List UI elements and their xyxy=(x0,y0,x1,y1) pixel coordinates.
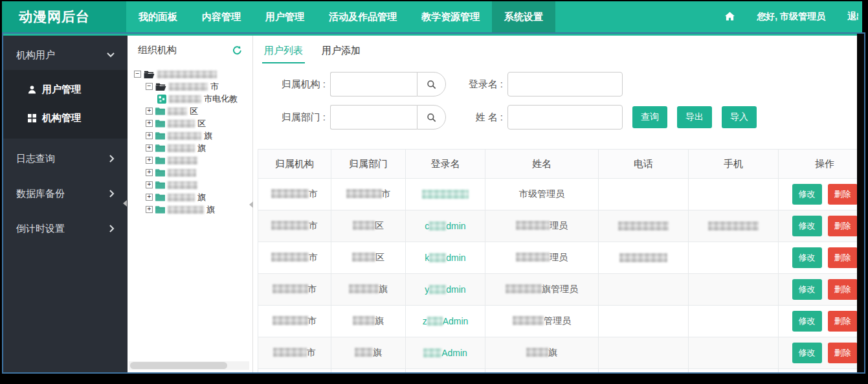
tree-toggle-minus[interactable]: − xyxy=(146,83,153,90)
tree-toggle-plus[interactable]: + xyxy=(146,132,153,139)
delete-button[interactable]: 删除 xyxy=(828,247,858,268)
cell-text: k xyxy=(425,253,429,263)
main-menu: 我的面板内容管理用户管理活动及作品管理教学资源管理系统设置 xyxy=(126,1,555,32)
refresh-icon[interactable] xyxy=(232,45,242,55)
tree-node[interactable]: + xyxy=(146,166,252,179)
cell-actions: 修改删除 xyxy=(779,274,858,306)
tree-collapse-handle[interactable] xyxy=(249,201,253,208)
import-button[interactable]: 导入 xyxy=(722,106,757,128)
sidebar-collapse-handle[interactable] xyxy=(123,200,127,207)
chev-down-icon xyxy=(107,52,115,58)
tree-node[interactable]: + xyxy=(146,179,252,191)
delete-button[interactable]: 删除 xyxy=(828,311,858,332)
nav-item[interactable]: 我的面板 xyxy=(126,1,190,32)
redacted-cell xyxy=(429,221,446,231)
cell-text: y xyxy=(425,284,429,295)
cell-org: 市 xyxy=(258,179,331,210)
tab[interactable]: 用户添加 xyxy=(320,39,362,63)
redacted-cell xyxy=(353,316,375,325)
cell-text: 市 xyxy=(308,284,317,294)
table-row: 市区kdmin理员修改删除 xyxy=(258,242,858,274)
redacted-cell xyxy=(619,253,667,262)
tree-node[interactable]: +旗 xyxy=(146,203,252,216)
org-input[interactable] xyxy=(330,72,417,96)
tree-node[interactable]: +区 xyxy=(146,117,252,130)
folder-open-icon xyxy=(155,82,166,91)
home-icon[interactable] xyxy=(725,12,735,23)
name-input[interactable] xyxy=(507,105,623,130)
sidebar-item[interactable]: 倒计时设置 xyxy=(3,214,128,243)
chev-right-icon xyxy=(109,155,115,163)
tree-toggle-plus[interactable]: + xyxy=(146,181,153,188)
tree-toggle-minus[interactable]: − xyxy=(134,71,141,78)
tree-node[interactable]: +旗 xyxy=(146,142,252,154)
dept-search-button[interactable] xyxy=(417,105,446,130)
search-form-row-1: 归属机构 : 登录名 : xyxy=(274,72,857,96)
sidebar-submenu: 用户管理机构管理 xyxy=(3,70,128,139)
sidebar-item[interactable]: 机构用户 xyxy=(3,40,128,70)
tree-node-label: 市 xyxy=(210,81,219,93)
tree-horizontal-scrollbar[interactable] xyxy=(129,361,249,370)
scrollbar-thumb[interactable] xyxy=(130,362,227,369)
redacted-cell xyxy=(516,221,550,230)
edit-button[interactable]: 修改 xyxy=(792,343,822,363)
cell-phone xyxy=(599,337,689,369)
tree-node[interactable]: +旗 xyxy=(146,191,252,203)
user-greeting: 您好, 市级管理员 xyxy=(757,11,825,23)
login-input[interactable] xyxy=(507,72,623,96)
sidebar-item[interactable]: 数据库备份 xyxy=(3,179,128,209)
edit-button[interactable]: 修改 xyxy=(792,216,822,236)
tree-toggle-plus[interactable]: + xyxy=(146,194,153,201)
logout-link[interactable]: 退出 xyxy=(847,11,858,23)
tree-node[interactable]: 市电化教 xyxy=(157,93,252,105)
sidebar-item[interactable]: 日志查询 xyxy=(3,144,128,174)
table-row: 市区cdmin理员修改删除 xyxy=(258,210,858,242)
nav-item[interactable]: 系统设置 xyxy=(492,1,555,32)
edit-button[interactable]: 修改 xyxy=(792,279,822,300)
sidebar-subitem[interactable]: 机构管理 xyxy=(3,104,128,132)
sidebar-subitem[interactable]: 用户管理 xyxy=(3,75,128,104)
delete-button[interactable]: 删除 xyxy=(828,184,858,205)
dept-input[interactable] xyxy=(330,105,417,130)
table-row: 市市市级管理员修改删除 xyxy=(258,179,858,210)
export-button[interactable]: 导出 xyxy=(677,106,712,128)
tree-toggle-plus[interactable]: + xyxy=(146,157,153,164)
tree-node[interactable]: −市 xyxy=(146,80,252,93)
edit-button[interactable]: 修改 xyxy=(792,247,822,268)
cell-org: 市 xyxy=(258,337,331,369)
edit-button[interactable]: 修改 xyxy=(792,311,822,332)
cell-name: 旗 xyxy=(485,337,599,369)
delete-button[interactable]: 删除 xyxy=(828,279,858,300)
edit-button[interactable]: 修改 xyxy=(792,184,822,205)
tree-toggle-plus[interactable]: + xyxy=(146,120,153,127)
nav-item[interactable]: 用户管理 xyxy=(253,1,317,32)
nav-item[interactable]: 活动及作品管理 xyxy=(317,1,409,32)
tree-toggle-plus[interactable]: + xyxy=(146,206,153,213)
query-button[interactable]: 查询 xyxy=(632,106,667,128)
redacted-org-name xyxy=(168,206,204,214)
redacted-cell xyxy=(526,348,548,357)
nav-item[interactable]: 内容管理 xyxy=(190,1,253,32)
login-link[interactable]: dmin xyxy=(446,221,465,231)
tree-toggle-plus[interactable]: + xyxy=(146,144,153,152)
tab[interactable]: 用户列表 xyxy=(262,39,305,63)
redacted-cell xyxy=(506,284,542,293)
cell-mobile xyxy=(689,369,779,373)
tree-node[interactable]: +旗 xyxy=(146,130,252,142)
tree-node[interactable]: − xyxy=(134,68,252,80)
cell-text: 市 xyxy=(308,315,317,326)
login-link[interactable]: Admin xyxy=(441,348,467,358)
redacted-org-name xyxy=(168,181,197,189)
login-link[interactable]: dmin xyxy=(446,284,465,295)
tree-toggle-plus[interactable]: + xyxy=(146,169,153,176)
tree-toggle-plus[interactable]: + xyxy=(146,107,153,115)
org-search-button[interactable] xyxy=(417,72,446,96)
nav-item[interactable]: 教学资源管理 xyxy=(409,1,492,32)
delete-button[interactable]: 删除 xyxy=(828,216,858,236)
delete-button[interactable]: 删除 xyxy=(828,343,858,363)
tree-node[interactable]: +区 xyxy=(146,105,252,117)
tree-node[interactable]: + xyxy=(146,154,252,166)
cell-actions: 修改删除 xyxy=(779,210,858,242)
login-link[interactable]: dmin xyxy=(446,253,465,263)
login-link[interactable]: Admin xyxy=(443,316,469,326)
